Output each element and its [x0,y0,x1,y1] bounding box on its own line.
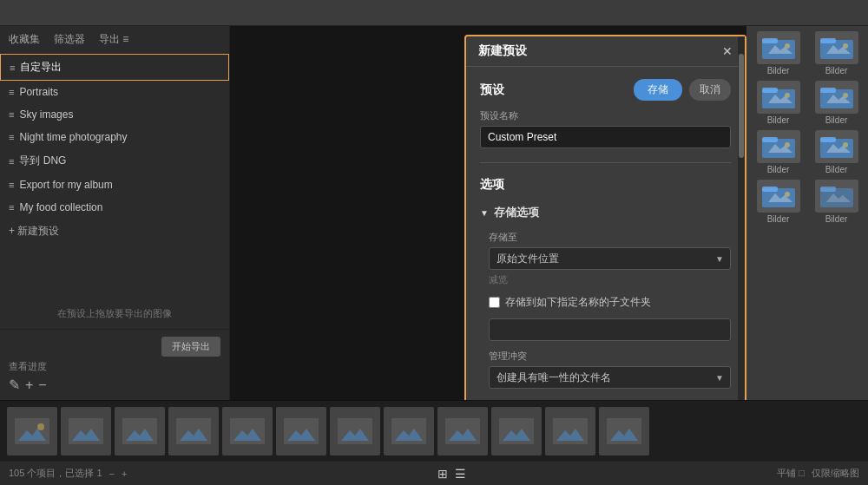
conflict-select[interactable]: 创建具有唯一性的文件名 [489,366,731,389]
filmstrip-thumb[interactable] [222,407,273,456]
tile-label[interactable]: 平铺 □ [777,467,805,480]
storage-options-title: 存储选项 [494,205,539,220]
save-button[interactable]: 存储 [634,79,682,101]
sidebar-item-label: Sky images [19,108,73,121]
status-left: 105 个项目，已选择 1 − + [9,467,127,480]
plus-icon[interactable]: + [122,469,127,479]
folder-label: Bilder [767,165,790,174]
preset-section-title: 预设 [480,82,504,98]
grid-view-icon[interactable]: ⊞ [437,467,448,481]
svg-rect-5 [820,38,836,43]
sidebar-collections-tab[interactable]: 收藏集 [9,32,40,47]
folder-item-7[interactable]: Bilder [752,180,805,224]
sidebar-export-tab[interactable]: 导出 ≡ [99,32,128,47]
subdued-label: 减览 [489,273,731,286]
svg-point-7 [843,43,848,49]
sidebar-item-label: 自定导出 [20,60,62,75]
folder-item-3[interactable]: Bilder [752,81,805,125]
center-content: 新建预设 ✕ 预设 存储 取消 预设名称 [230,26,746,400]
folder-item-1[interactable]: Bilder [752,31,805,75]
folder-item-6[interactable]: Bilder [810,130,863,174]
filmstrip-thumb[interactable] [115,407,165,456]
sidebar-item-label: Export for my album [19,179,112,191]
options-section: 选项 [480,177,731,193]
folder-item-5[interactable]: Bilder [752,130,805,174]
status-bar: 105 个项目，已选择 1 − + ⊞ ☰ 平铺 □ 仅限缩略图 [0,461,868,485]
modal-overlay: 新建预设 ✕ 预设 存储 取消 预设名称 [230,26,746,400]
remove-icon[interactable]: − [38,377,46,393]
filmstrip-thumb[interactable] [599,407,649,456]
status-center: ⊞ ☰ [437,467,466,481]
thumbnail-only-label[interactable]: 仅限缩略图 [812,467,859,480]
modal-body: 预设 存储 取消 预设名称 选项 [466,67,745,400]
folder-item-8[interactable]: Bilder [810,180,863,224]
folder-label: Bilder [825,214,848,224]
sidebar-item-icon: ≡ [9,109,14,120]
storage-options-content: 存储至 原始文件位置 ▼ 减览 [480,224,731,396]
subfolder-name-input[interactable] [489,318,731,341]
sidebar-item-night-photography[interactable]: ≡ Night time photography [0,126,229,148]
filmstrip [0,400,868,461]
scrollbar-thumb [739,54,744,158]
sidebar-item-icon: ≡ [9,156,14,167]
save-to-select[interactable]: 原始文件位置 [489,247,731,270]
filmstrip-thumb[interactable] [168,407,219,456]
filmstrip-thumb[interactable] [61,407,111,456]
filmstrip-thumb[interactable] [330,407,380,456]
top-bar [0,0,868,26]
sidebar-item-export-dng[interactable]: ≡ 导到 DNG [0,148,229,174]
folder-item-2[interactable]: Bilder [810,31,863,75]
svg-rect-17 [762,137,778,142]
sidebar-header: 收藏集 筛选器 导出 ≡ [0,26,229,54]
add-icon[interactable]: + [25,377,33,393]
sidebar-item-food-collection[interactable]: ≡ My food collection [0,196,229,219]
sidebar-item-portraits[interactable]: ≡ Portraits [0,81,229,103]
svg-rect-29 [820,187,836,192]
sidebar-item-icon: ≡ [9,87,14,97]
start-export-button[interactable]: 开始导出 [161,337,220,357]
preset-name-input[interactable] [480,126,731,148]
filmstrip-thumb[interactable] [384,407,434,456]
sidebar-item-custom-export[interactable]: ≡ 自定导出 [0,54,229,81]
svg-rect-25 [762,187,778,192]
save-to-field: 存储至 原始文件位置 ▼ 减览 [489,231,731,286]
filmstrip-thumb[interactable] [437,407,488,456]
detail-view-icon[interactable]: ☰ [455,467,466,481]
folder-label: Bilder [825,165,848,174]
filmstrip-thumb[interactable] [545,407,595,456]
edit-icon[interactable]: ✎ [9,377,20,393]
svg-rect-21 [820,137,836,142]
svg-point-3 [785,43,790,49]
folder-item-4[interactable]: Bilder [810,81,863,125]
sidebar: 收藏集 筛选器 导出 ≡ ≡ 自定导出 ≡ Portraits ≡ Sky im… [0,26,230,400]
status-right: 平铺 □ 仅限缩略图 [777,467,859,480]
svg-rect-13 [820,88,836,93]
filmstrip-thumb[interactable] [7,407,57,456]
folder-label: Bilder [767,115,790,125]
folder-icon [757,130,800,163]
sidebar-item-sky-images[interactable]: ≡ Sky images [0,103,229,126]
folder-icon [815,180,858,213]
filmstrip-thumb[interactable] [276,407,326,456]
view-progress-link[interactable]: 查看进度 [9,360,220,373]
filmstrip-thumb[interactable] [491,407,542,456]
conflict-field: 管理冲突 创建具有唯一性的文件名 ▼ [489,350,731,389]
sidebar-filters-tab[interactable]: 筛选器 [54,32,85,47]
new-preset-button[interactable]: + 新建预设 [0,219,229,244]
item-count-label: 105 个项目，已选择 1 [9,467,102,480]
options-section-title: 选项 [480,177,504,191]
modal-scrollbar[interactable] [738,36,745,400]
sidebar-item-icon: ≡ [9,132,14,142]
modal-action-buttons: 存储 取消 [634,79,731,101]
sidebar-item-icon: ≡ [9,180,14,190]
save-to-select-wrapper: 原始文件位置 ▼ [489,247,731,270]
subfolder-checkbox-label: 存储到如下指定名称的子文件夹 [505,295,651,310]
sidebar-item-icon: ≡ [9,202,14,213]
folder-icon [815,130,858,163]
cancel-button[interactable]: 取消 [689,79,731,101]
subfolder-checkbox[interactable] [489,297,500,308]
svg-point-15 [843,93,848,98]
modal-close-button[interactable]: ✕ [722,44,733,58]
storage-options-header[interactable]: ▼ 存储选项 [480,201,731,224]
sidebar-item-export-album[interactable]: ≡ Export for my album [0,174,229,196]
